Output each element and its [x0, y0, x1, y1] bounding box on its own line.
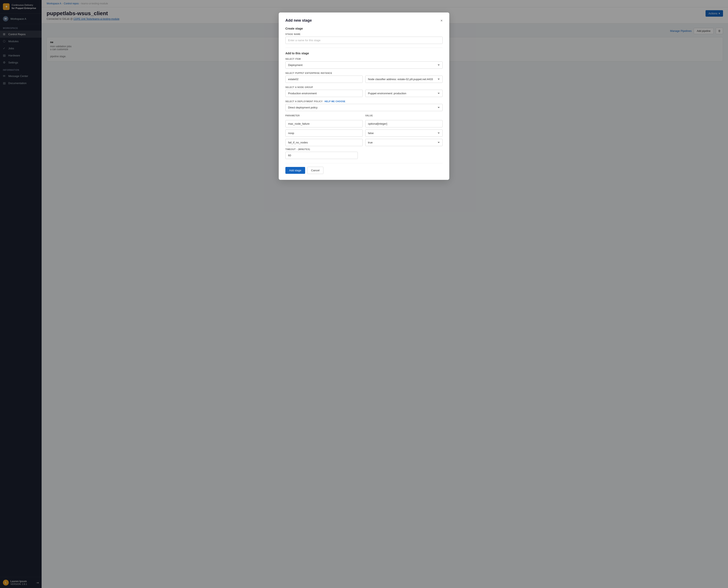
timeout-input[interactable] [285, 152, 358, 159]
modal-close-button[interactable]: × [440, 19, 443, 22]
select-item-dropdown[interactable]: Deployment Task Impact Analysis [285, 61, 443, 69]
pe-instance-label: SELECT PUPPET ENTERPRISE INSTANCE [285, 72, 443, 74]
modal-header: Add new stage × [285, 18, 443, 23]
main-content: Workspace A › Control repos › teams-ui-t… [42, 0, 728, 588]
param-3-value-select[interactable]: true false [365, 139, 443, 146]
create-stage-section-title: Create stage [285, 27, 443, 30]
timeout-label: TIMEOUT - (MINUTES) [285, 148, 443, 150]
deployment-policy-select[interactable]: Direct deployment policy [285, 104, 443, 111]
param-header-row: PARAMETER VALUE [285, 114, 443, 118]
add-stage-button[interactable]: Add stage [285, 167, 305, 174]
help-me-choose-link[interactable]: HELP ME CHOOSE [325, 100, 345, 103]
param-2-value-select[interactable]: false true [365, 129, 443, 137]
deployment-policy-label: SELECT A DEPLOYMENT POLICY HELP ME CHOOS… [285, 100, 443, 103]
node-group-label: SELECT A NODE GROUP [285, 86, 443, 88]
param-1-name-input[interactable] [285, 120, 363, 127]
param-1-value-input[interactable] [365, 120, 443, 127]
param-row-3: true false [285, 139, 443, 146]
node-group-input[interactable] [285, 90, 363, 97]
pe-instance-group: SELECT PUPPET ENTERPRISE INSTANCE Node c… [285, 72, 443, 83]
modal-title: Add new stage [285, 18, 312, 23]
stage-name-group: STAGE NAME [285, 33, 443, 44]
deployment-policy-group: SELECT A DEPLOYMENT POLICY HELP ME CHOOS… [285, 100, 443, 111]
add-stage-modal: Add new stage × Create stage STAGE NAME … [279, 13, 449, 180]
node-group-group: SELECT A NODE GROUP Puppet environment: … [285, 86, 443, 97]
select-item-label: SELECT ITEM [285, 58, 443, 60]
timeout-group: TIMEOUT - (MINUTES) [285, 148, 443, 159]
stage-name-input[interactable] [285, 37, 443, 44]
value-col-label: VALUE [365, 114, 443, 117]
pe-instance-row: Node classifier address: estate-02.p9.pu… [285, 76, 443, 83]
pe-instance-input[interactable] [285, 76, 363, 83]
param-row-2: false true [285, 129, 443, 137]
node-classifier-select[interactable]: Node classifier address: estate-02.p9.pu… [365, 76, 443, 83]
puppet-env-select[interactable]: Puppet environment: production [365, 90, 443, 97]
node-group-row: Puppet environment: production [285, 90, 443, 97]
select-item-group: SELECT ITEM Deployment Task Impact Analy… [285, 58, 443, 69]
cancel-button[interactable]: Cancel [307, 167, 324, 174]
param-col-label: PARAMETER [285, 114, 363, 117]
modal-footer: Add stage Cancel [285, 163, 443, 174]
stage-name-label: STAGE NAME [285, 33, 443, 35]
param-3-name-input[interactable] [285, 139, 363, 146]
param-row-1 [285, 120, 443, 127]
modal-overlay: Add new stage × Create stage STAGE NAME … [42, 0, 728, 588]
param-2-name-input[interactable] [285, 129, 363, 137]
add-to-stage-section-title: Add to this stage [285, 51, 443, 55]
